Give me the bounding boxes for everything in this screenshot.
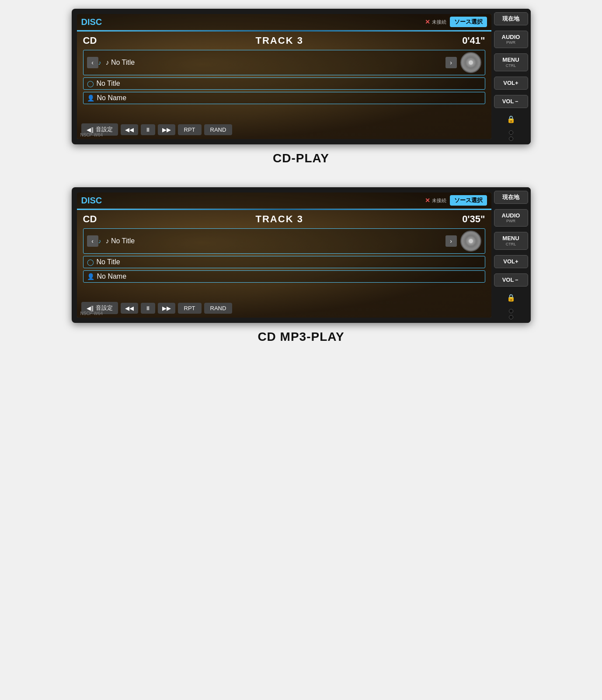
side-btn-audio-1[interactable]: AUDIO PWR	[494, 31, 528, 48]
side-btn-audio-main-1: AUDIO	[496, 34, 526, 41]
sound-icon-2: ◀‖	[87, 305, 94, 312]
info-fields-1: ‹ ♪ ♪ No Title › ◯ No Title	[77, 48, 491, 121]
time-display-2: 0'35"	[462, 214, 485, 225]
disc-label-1: DISC	[81, 17, 102, 27]
side-btn-voldown-1[interactable]: VOL－	[494, 95, 528, 108]
title-text-2: ♪ No Title	[106, 237, 445, 245]
prev-btn-1[interactable]: ‹	[87, 57, 98, 68]
forward-btn-1[interactable]: ▶▶	[158, 124, 175, 135]
next-btn-2[interactable]: ›	[445, 235, 457, 247]
artist-text-1: No Name	[97, 94, 481, 102]
album-text-1: No Title	[97, 80, 481, 88]
screen-content-2: DISC ✕ 未接続 ソース選択 CD TRACK 3 0'35"	[77, 192, 491, 318]
source-btn-1[interactable]: ソース選択	[450, 17, 487, 27]
side-btn-menu-1[interactable]: MENU CTRL	[494, 53, 528, 71]
side-btn-menu-sub-1: CTRL	[496, 63, 526, 68]
title-text-1: ♪ No Title	[106, 59, 445, 66]
album-icon-1: ◯	[87, 80, 94, 87]
album-field-row-2: ◯ No Title	[83, 256, 485, 268]
rewind-btn-2[interactable]: ◀◀	[121, 303, 138, 314]
stereo-unit-2: DISC ✕ 未接続 ソース選択 CD TRACK 3 0'35"	[72, 187, 531, 323]
side-btn-menu-2[interactable]: MENU CTRL	[494, 232, 528, 249]
track-row-2: CD TRACK 3 0'35"	[77, 210, 491, 227]
jack-hole-1	[509, 130, 513, 135]
screen-area-2: DISC ✕ 未接続 ソース選択 CD TRACK 3 0'35"	[77, 192, 491, 318]
side-btn-voldown-label-2: VOL－	[496, 276, 526, 284]
info-fields-2: ‹ ♪ ♪ No Title › ◯ No Title	[77, 227, 491, 299]
cd-label-2: CD	[83, 214, 97, 225]
side-btn-genzaichi-2[interactable]: 現在地	[494, 191, 528, 204]
side-btn-volup-2[interactable]: VOL+	[494, 255, 528, 268]
lock-icon-2: 🔒	[494, 292, 528, 304]
track-info-1: TRACK 3	[256, 35, 303, 46]
side-btn-genzaichi-label-2: 現在地	[496, 194, 526, 201]
title-field-row-2: ‹ ♪ ♪ No Title ›	[83, 228, 485, 254]
track-row-1: CD TRACK 3 0'41"	[77, 32, 491, 48]
controls-row-2: ◀‖ 音設定 ◀◀ ⏸ ▶▶ RPT RAND	[77, 299, 491, 318]
bt-x-1: ✕	[425, 18, 430, 25]
rpt-btn-2[interactable]: RPT	[178, 303, 202, 314]
jack-area-1	[494, 130, 528, 141]
side-btn-volup-label-2: VOL+	[496, 258, 526, 265]
side-buttons-2: 現在地 AUDIO PWR MENU CTRL VOL+ VOL－ 🔒	[491, 187, 531, 323]
album-field-row-1: ◯ No Title	[83, 77, 485, 90]
side-btn-menu-main-1: MENU	[496, 56, 526, 63]
top-right-2: ✕ 未接続 ソース選択	[425, 195, 487, 206]
bt-icon-1: ✕ 未接続	[425, 18, 446, 25]
rand-btn-2[interactable]: RAND	[204, 303, 233, 314]
artist-field-row-2: 👤 No Name	[83, 270, 485, 283]
side-btn-genzaichi-1[interactable]: 現在地	[494, 12, 528, 25]
artist-icon-2: 👤	[87, 273, 94, 280]
unit1-label: CD-PLAY	[273, 151, 329, 165]
rewind-btn-1[interactable]: ◀◀	[121, 124, 138, 135]
side-btn-volup-1[interactable]: VOL+	[494, 77, 528, 90]
music-icon-1: ♪	[98, 59, 101, 66]
next-btn-1[interactable]: ›	[445, 57, 457, 68]
model-num-2: NSCP-W64	[80, 311, 103, 316]
cd-disc-icon-1	[460, 52, 481, 73]
bt-x-2: ✕	[425, 197, 430, 204]
side-btn-audio-sub-1: PWR	[496, 40, 526, 45]
screen-area-1: DISC ✕ 未接続 ソース選択 CD TRACK 3 0'41"	[77, 14, 491, 139]
side-btn-menu-main-2: MENU	[496, 235, 526, 242]
cd-disc-icon-2	[460, 231, 481, 252]
album-text-2: No Title	[97, 258, 481, 266]
source-btn-2[interactable]: ソース選択	[450, 195, 487, 206]
disc-label-2: DISC	[81, 196, 102, 206]
jack-hole-3	[509, 309, 513, 313]
artist-field-row-1: 👤 No Name	[83, 92, 485, 104]
side-buttons-1: 現在地 AUDIO PWR MENU CTRL VOL+ VOL－ 🔒	[491, 9, 531, 144]
prev-btn-2[interactable]: ‹	[87, 235, 98, 247]
rpt-btn-1[interactable]: RPT	[178, 124, 202, 135]
title-row-inner-2: ‹ ♪ ♪ No Title	[87, 235, 445, 247]
top-right-1: ✕ 未接続 ソース選択	[425, 17, 487, 27]
rand-btn-1[interactable]: RAND	[204, 124, 233, 135]
side-btn-audio-sub-2: PWR	[496, 219, 526, 224]
title-field-row-1: ‹ ♪ ♪ No Title ›	[83, 50, 485, 75]
unit1-wrapper: DISC ✕ 未接続 ソース選択 CD TRACK 3 0'41"	[9, 9, 593, 165]
cd-disc-inner-1	[468, 60, 473, 65]
unit2-wrapper: DISC ✕ 未接続 ソース選択 CD TRACK 3 0'35"	[9, 187, 593, 344]
side-btn-audio-2[interactable]: AUDIO PWR	[494, 209, 528, 227]
forward-btn-2[interactable]: ▶▶	[158, 303, 175, 314]
screen-content-1: DISC ✕ 未接続 ソース選択 CD TRACK 3 0'41"	[77, 14, 491, 139]
artist-icon-1: 👤	[87, 94, 94, 102]
cd-disc-inner-2	[468, 238, 473, 244]
pause-btn-1[interactable]: ⏸	[141, 124, 155, 135]
artist-text-2: No Name	[97, 273, 481, 280]
track-info-2: TRACK 3	[256, 214, 303, 225]
side-btn-voldown-2[interactable]: VOL－	[494, 273, 528, 287]
side-btn-volup-label-1: VOL+	[496, 80, 526, 87]
pause-btn-2[interactable]: ⏸	[141, 303, 155, 314]
lock-icon-1: 🔒	[494, 113, 528, 125]
top-bar-1: DISC ✕ 未接続 ソース選択	[77, 14, 491, 30]
album-icon-2: ◯	[87, 259, 94, 266]
sound-icon-1: ◀‖	[87, 126, 94, 133]
controls-row-1: ◀‖ 音設定 ◀◀ ⏸ ▶▶ RPT RAND	[77, 121, 491, 139]
side-btn-genzaichi-label-1: 現在地	[496, 15, 526, 22]
side-btn-audio-main-2: AUDIO	[496, 212, 526, 219]
music-icon-2: ♪	[98, 238, 101, 245]
bt-status-1: 未接続	[432, 19, 446, 25]
bt-icon-2: ✕ 未接続	[425, 197, 446, 204]
stereo-unit-1: DISC ✕ 未接続 ソース選択 CD TRACK 3 0'41"	[72, 9, 531, 144]
